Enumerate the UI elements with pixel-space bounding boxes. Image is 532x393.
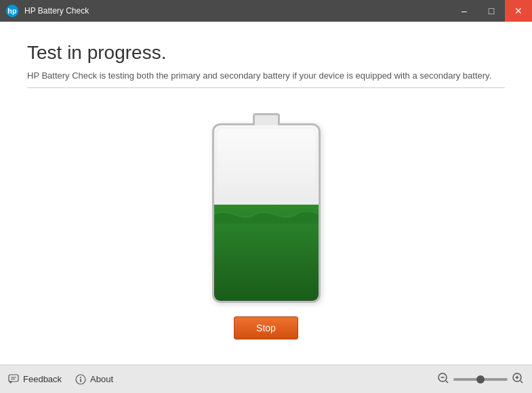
- feedback-link[interactable]: Feedback: [8, 374, 62, 385]
- feedback-icon: [8, 374, 19, 385]
- titlebar-controls: – □ ✕: [451, 0, 532, 22]
- battery-body: [212, 123, 321, 303]
- zoom-out-icon[interactable]: [437, 372, 449, 387]
- about-link[interactable]: About: [75, 374, 113, 385]
- battery-wave: [214, 205, 319, 224]
- stop-button-area: Stop: [234, 316, 298, 339]
- footer-right: [437, 372, 524, 387]
- zoom-in-icon[interactable]: [512, 372, 524, 387]
- zoom-thumb: [476, 375, 485, 384]
- svg-line-10: [446, 381, 448, 383]
- svg-rect-2: [9, 375, 18, 381]
- svg-text:hp: hp: [7, 7, 17, 15]
- titlebar: hp HP Battery Check – □ ✕: [0, 0, 532, 22]
- battery-graphic: [212, 113, 321, 303]
- svg-point-6: [80, 377, 81, 378]
- main-content: Test in progress. HP Battery Check is te…: [0, 22, 532, 365]
- zoom-slider[interactable]: [453, 378, 508, 381]
- hp-logo-icon: hp: [5, 4, 19, 18]
- stop-button[interactable]: Stop: [234, 316, 298, 339]
- battery-area: Stop: [27, 102, 505, 351]
- close-button[interactable]: ✕: [505, 0, 532, 22]
- minimize-button[interactable]: –: [451, 0, 478, 22]
- restore-button[interactable]: □: [478, 0, 505, 22]
- footer: Feedback About: [0, 365, 532, 393]
- divider: [27, 87, 505, 88]
- footer-left: Feedback About: [8, 374, 113, 385]
- about-label: About: [90, 374, 113, 384]
- battery-fill: [214, 205, 319, 301]
- feedback-label: Feedback: [23, 374, 62, 384]
- page-heading: Test in progress.: [27, 42, 505, 64]
- titlebar-left: hp HP Battery Check: [5, 4, 89, 18]
- titlebar-title: HP Battery Check: [24, 6, 89, 16]
- svg-line-14: [520, 381, 523, 383]
- page-subtext: HP Battery Check is testing both the pri…: [27, 70, 505, 81]
- battery-nub: [253, 113, 280, 125]
- battery-shine: [218, 129, 315, 199]
- about-icon: [75, 374, 86, 385]
